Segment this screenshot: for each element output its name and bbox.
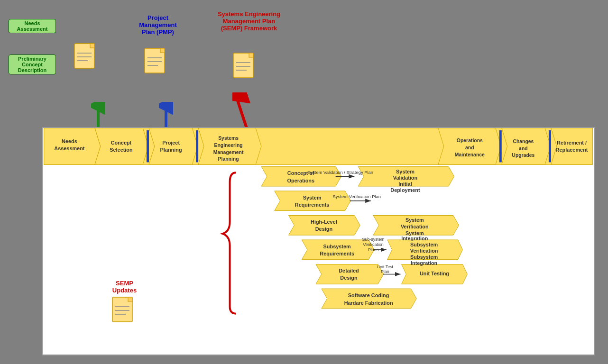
svg-rect-29 [196, 130, 198, 162]
svg-text:System: System [303, 195, 322, 200]
svg-rect-27 [147, 130, 149, 162]
svg-text:Unit Testing: Unit Testing [420, 271, 449, 276]
svg-rect-10 [160, 48, 165, 53]
svg-rect-34 [549, 130, 551, 162]
red-arrow [232, 92, 261, 132]
svg-text:Requirements: Requirements [295, 202, 330, 208]
svg-text:High-Level: High-Level [311, 219, 337, 225]
semp-framework-label: Systems Engineering Management Plan (SEM… [209, 10, 289, 32]
svg-text:System: System [405, 217, 424, 223]
doc-icon-1 [74, 43, 100, 75]
svg-text:Replacement: Replacement [556, 147, 588, 153]
svg-text:Plan: Plan [381, 269, 389, 274]
svg-text:and: and [465, 145, 474, 150]
svg-line-23 [236, 96, 247, 128]
preliminary-concept-text: Preliminary Concept Description [18, 56, 47, 73]
semp-updates-text: SEMPUpdates [112, 280, 137, 294]
svg-text:Systems: Systems [218, 136, 239, 141]
semp-framework-text: Systems Engineering Management Plan (SEM… [218, 10, 280, 32]
pmp-text: Project Management Plan (PMP) [139, 14, 176, 36]
svg-text:Verification: Verification [401, 224, 429, 229]
svg-text:Assessment: Assessment [54, 146, 85, 151]
svg-text:Sub-system: Sub-system [362, 237, 385, 242]
svg-text:System Validation / Strategy P: System Validation / Strategy Plan [307, 170, 373, 175]
svg-text:Concept: Concept [111, 140, 132, 146]
svg-text:Requirements: Requirements [320, 251, 354, 256]
svg-text:Verification: Verification [410, 248, 438, 254]
svg-text:Retirement /: Retirement / [557, 140, 587, 146]
pmp-label: Project Management Plan (PMP) [127, 14, 189, 36]
svg-rect-2 [90, 44, 94, 48]
svg-text:Verification: Verification [363, 242, 384, 247]
semp-updates-area: SEMPUpdates [111, 280, 138, 329]
svg-text:Maintenance: Maintenance [455, 152, 485, 157]
svg-text:Subsystem: Subsystem [410, 242, 438, 247]
svg-text:System: System [396, 169, 415, 174]
svg-text:Design: Design [315, 226, 332, 232]
svg-rect-18 [249, 53, 253, 57]
svg-text:Validation: Validation [393, 175, 417, 181]
semp-doc-icon [111, 296, 138, 329]
preliminary-concept-label: Preliminary Concept Description [9, 55, 56, 74]
svg-text:Project: Project [162, 140, 180, 146]
diagram-area: Needs Assessment Concept Selection Proje… [42, 127, 595, 355]
svg-text:Subsystem: Subsystem [410, 254, 438, 260]
svg-text:Deployment: Deployment [390, 187, 420, 193]
svg-text:Design: Design [340, 275, 357, 281]
svg-text:Management: Management [213, 150, 244, 155]
svg-text:Integration: Integration [401, 236, 428, 241]
svg-text:Initial: Initial [398, 181, 412, 187]
svg-text:System Verification Plan: System Verification Plan [333, 194, 381, 199]
needs-assessment-text: Needs Assessment [17, 20, 48, 32]
svg-rect-32 [499, 130, 502, 162]
svg-text:Operations: Operations [457, 138, 483, 143]
svg-text:Software Coding: Software Coding [348, 292, 389, 298]
doc-icon-3 [232, 52, 258, 85]
svg-text:Planning: Planning [160, 147, 182, 153]
svg-marker-66 [316, 264, 384, 284]
svg-text:Hardare Fabrication: Hardare Fabrication [344, 300, 393, 306]
needs-assessment-label: Needs Assessment [9, 19, 56, 33]
svg-text:Subsystem: Subsystem [323, 244, 351, 249]
svg-text:Engineering: Engineering [214, 143, 243, 148]
svg-marker-60 [289, 215, 360, 235]
svg-text:Operations: Operations [287, 178, 315, 183]
svg-text:Selection: Selection [110, 147, 132, 153]
svg-text:Upgrades: Upgrades [512, 153, 534, 158]
svg-rect-106 [128, 297, 132, 301]
svg-text:and: and [519, 146, 528, 151]
svg-text:Needs: Needs [62, 138, 77, 144]
doc-icon-2 [144, 47, 170, 80]
svg-text:Integration: Integration [411, 260, 437, 266]
semp-updates-label: SEMPUpdates [112, 280, 137, 294]
svg-text:Unit Test: Unit Test [377, 264, 394, 269]
svg-text:Plans: Plans [368, 247, 379, 252]
svg-text:Detailed: Detailed [339, 268, 359, 273]
svg-text:Planning: Planning [218, 156, 239, 162]
svg-text:Changes: Changes [513, 139, 534, 144]
